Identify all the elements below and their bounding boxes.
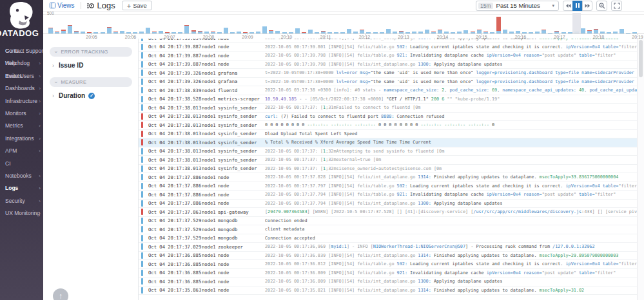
log-date: Oct 04 20:17:38.013 — [148, 113, 202, 119]
log-message: 2022-10-05 00:17:37.794 [INFO][54] felix… — [265, 201, 637, 206]
log-row[interactable]: Oct 04 20:17:37.529node1mongodbclient me… — [139, 225, 637, 234]
facet-item-issue-id[interactable]: ›Issue ID — [52, 62, 132, 69]
log-message: t=2022-10-05T00:17:38+0000 lvl=eror msg=… — [265, 70, 637, 75]
chart-bar-error[interactable] — [74, 31, 79, 32]
log-row[interactable]: Oct 04 20:17:38.013node1sysinfo_sender20… — [139, 165, 637, 174]
chart-bar-error[interactable] — [496, 17, 501, 32]
log-row[interactable]: Oct 04 20:17:39.887node1node2022-10-05 0… — [139, 61, 637, 70]
fullscreen-button[interactable] — [611, 1, 622, 11]
chart-bar-info[interactable] — [620, 29, 624, 33]
chart-bar-error[interactable] — [477, 30, 482, 30]
facet-item-duration[interactable]: ›Duration✓ — [52, 92, 132, 99]
chart-bar-error[interactable] — [360, 30, 364, 30]
chart-bar-error[interactable] — [471, 32, 475, 32]
chart-bar-info[interactable] — [386, 29, 391, 33]
chart-bar-error[interactable] — [302, 32, 306, 33]
views-button[interactable]: Views — [50, 2, 75, 9]
log-row[interactable]: Oct 04 20:17:36.885node1node2022-10-05 0… — [139, 277, 637, 286]
chart-bar-error[interactable] — [321, 31, 326, 32]
scrollbar-thumb[interactable] — [639, 40, 643, 77]
chart-bar-info[interactable] — [146, 28, 150, 33]
log-row[interactable]: Oct 04 20:17:38.013node1sysinfo_sender% … — [139, 138, 637, 147]
log-row[interactable]: Oct 04 20:17:37.886node1node2022-10-05 0… — [139, 191, 637, 200]
chart-bar-error[interactable] — [68, 25, 72, 26]
status-severity-bar — [141, 174, 143, 180]
sidebar-item-label: Invite Users — [5, 73, 34, 79]
table-scrollbar[interactable] — [637, 39, 644, 300]
chart-bar-info[interactable] — [107, 28, 112, 33]
log-row[interactable]: Oct 04 20:17:38.013node1sysinfo_sender20… — [139, 156, 637, 165]
log-row[interactable]: Oct 04 20:17:38.839node1fluentd2022-10-0… — [139, 86, 637, 95]
log-row[interactable]: Oct 04 20:17:37.886node1node2022-10-05 0… — [139, 200, 637, 209]
log-row[interactable]: Oct 04 20:17:37.863node1api-gateway[2947… — [139, 208, 637, 217]
log-message: 2022-10-05 00:17:39.798 [INFO][54] felix… — [265, 53, 637, 58]
log-row[interactable]: Oct 04 20:17:36.885node1node2022-10-05 0… — [139, 260, 637, 269]
log-row[interactable]: Oct 04 20:17:37.886node1node2022-10-05 0… — [139, 173, 637, 182]
chart-bar-error[interactable] — [594, 29, 598, 30]
log-row[interactable]: Oct 04 20:17:38.013node1sysinfo_sender20… — [139, 147, 637, 156]
sidebar-item-invite-users[interactable]: Invite Users — [0, 70, 43, 82]
log-row[interactable]: Oct 04 20:17:37.029node1zookeeper2022-10… — [139, 243, 637, 252]
chart-bar-error[interactable] — [184, 25, 189, 26]
log-row[interactable]: Oct 04 20:17:37.529node1mongodbConnectio… — [139, 217, 637, 226]
scroll-to-top-button[interactable]: ↑ — [53, 288, 68, 300]
chart-bar-error[interactable] — [191, 30, 196, 32]
chart-bar-error[interactable] — [107, 27, 112, 28]
zoom-out-button[interactable] — [596, 1, 607, 11]
chart-bar-error[interactable] — [269, 30, 273, 32]
sidebar-item-label: Contact Support — [5, 48, 43, 54]
chart-bar-info[interactable] — [295, 28, 300, 33]
log-row[interactable]: Oct 04 20:17:36.885node1node2022-10-05 0… — [139, 269, 637, 278]
log-row[interactable]: Oct 04 20:17:38.013node1sysinfo_senderDl… — [139, 130, 637, 139]
facet-group-header-error-tracking[interactable]: ›ERROR TRACKING — [50, 47, 132, 57]
log-service: grafana — [218, 79, 265, 84]
log-volume-chart[interactable]: 500 0 20:0520:0620:0720:0820:0920:1020:1… — [43, 12, 644, 39]
status-severity-bar — [141, 209, 143, 215]
sidebar-item-help[interactable]: Help› — [0, 57, 43, 70]
chart-bar-error[interactable] — [554, 31, 559, 32]
chart-bar-info[interactable] — [224, 28, 228, 33]
log-row[interactable]: Oct 04 20:17:38.013node1sysinfo_sendercu… — [139, 113, 637, 122]
chart-bar-info[interactable] — [581, 28, 585, 33]
datadog-logo[interactable]: DATADOG — [0, 0, 43, 40]
chart-bar-error[interactable] — [211, 32, 215, 32]
chart-bar-error[interactable] — [152, 32, 157, 32]
chart-bar-info[interactable] — [48, 28, 53, 33]
log-row[interactable]: Oct 04 20:17:38.013node1sysinfo_sender20… — [139, 104, 637, 113]
skip-back-button[interactable] — [563, 1, 573, 11]
log-row[interactable]: Oct 04 20:17:37.529node1mongodbConnectio… — [139, 234, 637, 243]
chart-bar-error[interactable] — [542, 30, 546, 30]
chart-bar-error[interactable] — [587, 30, 592, 31]
log-row[interactable]: Oct 04 20:17:36.885node1node2022-10-05 0… — [139, 252, 637, 261]
chart-bar-error[interactable] — [431, 32, 436, 32]
chart-bar-error[interactable] — [48, 28, 53, 28]
chart-bar-error[interactable] — [399, 31, 404, 32]
save-button[interactable]: + Save — [122, 1, 152, 10]
skip-forward-button[interactable] — [582, 1, 592, 11]
log-host: node1 — [202, 165, 218, 171]
chart-bar-info[interactable] — [262, 26, 267, 33]
log-date: Oct 04 20:17:36.885 — [148, 270, 202, 276]
log-row[interactable]: Oct 04 20:17:38.528node1metrics-scraper1… — [139, 95, 637, 104]
x-axis-tick-label: 20:17 — [554, 35, 565, 39]
log-date: Oct 04 20:17:36.885 — [148, 252, 202, 258]
chart-bar-error[interactable] — [61, 30, 66, 31]
log-row[interactable]: Oct 04 20:17:39.326node1grafanat=2022-10… — [139, 69, 637, 78]
x-axis-tick-label: 20:14 — [437, 35, 449, 39]
log-row[interactable]: Oct 04 20:17:35.863node1node2022-10-05 0… — [139, 286, 637, 295]
log-host: node1 — [202, 122, 218, 128]
chart-bar-error[interactable] — [438, 30, 442, 30]
chart-bar-info[interactable] — [184, 26, 189, 33]
log-row[interactable]: Oct 04 20:17:37.886node1node2022-10-05 0… — [139, 182, 637, 191]
time-range-picker[interactable]: 15m Past 15 Minutes ▾ — [476, 1, 559, 11]
facet-group-header-measure[interactable]: ›MEASURE — [50, 77, 132, 87]
log-row[interactable]: Oct 04 20:17:39.326node1grafanat=2022-10… — [139, 78, 637, 87]
status-severity-bar — [141, 104, 143, 111]
log-row[interactable]: Oct 04 20:17:38.013node1sysinfo_sender0 … — [139, 121, 637, 130]
sidebar-item-contact-support[interactable]: Contact Support — [0, 45, 43, 57]
pause-button[interactable] — [572, 1, 583, 11]
chart-bar-info[interactable] — [68, 26, 72, 33]
log-row[interactable]: Oct 04 20:17:39.887node1node2022-10-05 0… — [139, 52, 637, 61]
chart-bar-info[interactable] — [347, 29, 351, 33]
log-row[interactable]: Oct 04 20:17:39.887node1node2022-10-05 0… — [139, 43, 637, 52]
